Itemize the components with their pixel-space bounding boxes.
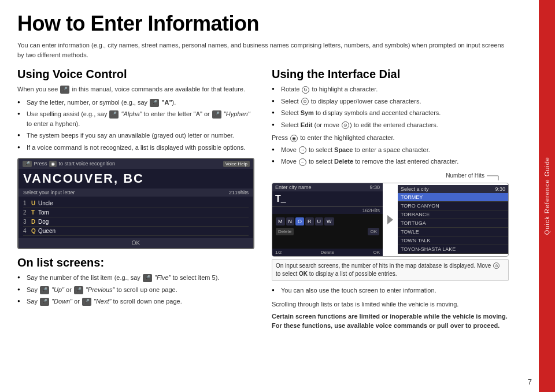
sidebar: Quick Reference Guide (539, 0, 555, 392)
press-btn-icon: ◉ (49, 161, 57, 167)
key-delete[interactable]: Delete (276, 228, 294, 235)
keyboard-bottom-row: Delete OK (276, 228, 379, 235)
select-label: Select your input letter (23, 190, 75, 195)
press-icon: 🎤 (23, 161, 32, 167)
two-column-layout: Using Voice Control When you see 🎤 in th… (17, 68, 509, 331)
voice-icon: 🎤 (60, 86, 69, 94)
press-text: 🎤 Press ◉ to start voice recognition (22, 161, 223, 167)
dial-bullet-1: Rotate ↻ to highlight a character. (272, 84, 509, 94)
arrow-divider (385, 215, 395, 224)
select-city-header: Select a city 9:30 (398, 185, 508, 193)
key-w[interactable]: W (324, 217, 334, 225)
on-list-title: On list screens: (17, 256, 254, 269)
key-m[interactable]: M (276, 217, 285, 225)
bottom-delete-label: Delete (321, 250, 334, 255)
city-display: VANCOUVER, BC (18, 169, 253, 188)
warning-text: Certain screen functions are limited or … (272, 312, 509, 331)
voice-icon-up: 🎤 (40, 286, 49, 294)
enter-city-hits: 162Hits (272, 207, 383, 214)
number-of-hits-label: Number of Hits (446, 172, 484, 179)
caption-box: On input search screens, the number of h… (272, 259, 509, 281)
select-city-time: 9:30 (495, 186, 505, 192)
left-column: Using Voice Control When you see 🎤 in th… (17, 68, 254, 331)
press-dial-icon: ◉ (290, 135, 298, 142)
voice-list-items: 1 U Uncle 2 T Tom 3 D Dog (18, 197, 253, 238)
list-bullet-2: Say 🎤 "Up" or 🎤 "Previous" to scroll up … (17, 285, 254, 295)
dial-bullets-2: Move → to select Space to enter a space … (272, 145, 509, 167)
intro-text: You can enter information (e.g., city na… (17, 40, 509, 60)
list-item-1: 1 U Uncle (23, 199, 249, 208)
city-torrance[interactable]: TORRANCE (398, 210, 508, 219)
sidebar-label: Quick Reference Guide (543, 157, 550, 235)
right-arrow-icon (387, 215, 393, 224)
voice-icon-hyphen: 🎤 (212, 110, 221, 119)
hits-bar: Select your input letter 2119hits (18, 188, 253, 197)
enter-city-screen: Enter city name 9:30 T_ 162Hits M N O R … (272, 183, 383, 256)
hits-count: 2119hits (229, 190, 249, 195)
voice-control-title: Using Voice Control (17, 68, 254, 81)
main-content: How to Enter Information You can enter i… (0, 0, 526, 392)
bullet-3: The system beeps if you say an unavailab… (17, 131, 254, 140)
select-city-screen: Select a city 9:30 TORMEY TORO CANYON TO… (398, 185, 508, 254)
voice-icon-prev: 🎤 (74, 286, 83, 294)
city-towle[interactable]: TOWLE (398, 228, 508, 236)
on-list-bullets: Say the number of the list item (e.g., s… (17, 273, 254, 306)
enter-city-title: Enter city name (275, 184, 312, 190)
enter-city-header: Enter city name 9:30 (272, 183, 383, 191)
voice-control-subtitle: When you see 🎤 in this manual, voice com… (17, 84, 254, 94)
interface-screenshots: Enter city name 9:30 T_ 162Hits M N O R … (272, 183, 509, 257)
dial-bullet-3: Select Sym to display symbols and accent… (272, 108, 509, 118)
interface-dial-title: Using the Interface Dial (272, 68, 509, 81)
move-left-icon: ← (299, 158, 306, 166)
dial-bullet-4: Select Edit (or move ⊙) to edit the ente… (272, 120, 509, 130)
key-r[interactable]: R (305, 217, 314, 225)
key-u[interactable]: U (315, 217, 324, 225)
bullet-1: Say the letter, number, or symbol (e.g.,… (17, 98, 254, 108)
enter-city-bottom: 1/2 Delete OK (272, 249, 383, 256)
voice-icon-five: 🎤 (143, 274, 152, 282)
move-icon: ⊙ (342, 121, 349, 129)
bullet-4: If a voice command is not recognized, a … (17, 143, 254, 153)
enter-city-input: T_ (272, 191, 383, 207)
list-item-2: 2 T Tom (23, 208, 249, 217)
city-toyon-shasta[interactable]: TOYON-SHASTA LAKE (398, 245, 508, 254)
city-toro-canyon[interactable]: TORO CANYON (398, 202, 508, 210)
key-n[interactable]: N (286, 217, 295, 225)
list-item-3: 3 D Dog (23, 217, 249, 227)
bullet-2: Use spelling assist (e.g., say 🎤 "Alpha"… (17, 109, 254, 128)
press-line: Press ◉ to enter the highlighted charact… (272, 133, 509, 143)
keyboard-keys: M N O R U W (276, 217, 379, 225)
dial-bullet-2: Select ⊙ to display upper/lower case cha… (272, 97, 509, 106)
voice-help-button[interactable]: Voice Help (223, 161, 250, 167)
select-icon: ⊙ (301, 98, 309, 105)
bottom-left-label: 1/2 (275, 250, 282, 255)
voice-icon-next: 🎤 (82, 298, 91, 306)
select-city-title: Select a city (401, 186, 429, 192)
city-tortuga[interactable]: TORTUGA (398, 219, 508, 228)
list-item-4: 4 Q Queen (23, 227, 249, 236)
dial-bullet-5: Move → to select Space to enter a space … (272, 145, 509, 155)
voice-screen: 🎤 Press ◉ to start voice recognition Voi… (17, 158, 254, 249)
hits-arrow (487, 170, 504, 182)
list-bullet-1: Say the number of the list item (e.g., s… (17, 273, 254, 283)
caption-dial-icon: ⊙ (493, 262, 500, 269)
key-ok[interactable]: OK (368, 228, 379, 235)
ok-bar[interactable]: OK (18, 238, 253, 248)
page-title: How to Enter Information (17, 12, 509, 36)
voice-icon-down: 🎤 (40, 298, 49, 306)
dial-bullets: Rotate ↻ to highlight a character. Selec… (272, 84, 509, 130)
enter-city-time: 9:30 (369, 184, 380, 190)
key-o[interactable]: O (295, 217, 304, 225)
move-right-icon: → (299, 146, 306, 154)
page-number: 7 (528, 378, 532, 386)
voice-icon-a: 🎤 (150, 99, 159, 107)
city-results-list: TORMEY TORO CANYON TORRANCE TORTUGA TOWL… (398, 193, 508, 254)
hits-callout: Number of Hits (272, 170, 509, 182)
scrolling-note: Scrolling through lists or tabs is limit… (272, 299, 509, 309)
right-column: Using the Interface Dial Rotate ↻ to hig… (272, 68, 509, 331)
bottom-ok-label[interactable]: OK (373, 250, 380, 255)
city-tormey[interactable]: TORMEY (398, 193, 508, 202)
city-town-talk[interactable]: TOWN TALK (398, 236, 508, 245)
rotate-icon: ↻ (302, 86, 309, 94)
voice-control-bullets: Say the letter, number, or symbol (e.g.,… (17, 98, 254, 153)
